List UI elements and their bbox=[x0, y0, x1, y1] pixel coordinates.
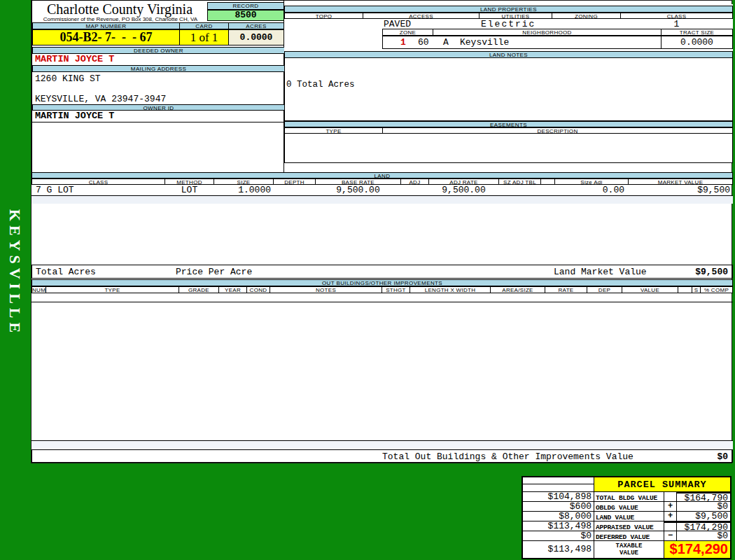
ob-empty-row bbox=[31, 293, 733, 302]
land-col-adj-rate: ADJ RATE bbox=[428, 178, 499, 185]
ob-col-num: NUM bbox=[31, 286, 46, 293]
prev-deferred-value: $0 bbox=[523, 531, 594, 541]
out-buildings-header-row: NUM TYPE GRADE YEAR COND NOTES STHGT LEN… bbox=[31, 286, 733, 293]
zone-suffix: A bbox=[443, 37, 449, 48]
land-size-value: 1.0000 bbox=[214, 185, 271, 195]
land-col-class: CLASS bbox=[31, 178, 165, 185]
obldg-value-label: OBLDG VALUE bbox=[594, 502, 664, 512]
prev-appraised-value: $113,498 bbox=[523, 522, 594, 531]
zone-value: 1 bbox=[393, 37, 414, 48]
easement-description-header: DESCRIPTION bbox=[382, 127, 733, 134]
land-value-label: LAND VALUE bbox=[594, 512, 664, 522]
deferred-value-label: DEFERRED VALUE bbox=[594, 531, 664, 541]
land-empty-band bbox=[31, 196, 733, 204]
land-size-adj-value: 0.00 bbox=[554, 185, 624, 195]
ob-col-area-size: AREA/SIZE bbox=[490, 286, 545, 293]
land-market-value: $9,500 bbox=[628, 185, 730, 195]
easement-type-header: TYPE bbox=[284, 127, 383, 134]
land-col-size: SIZE bbox=[214, 178, 274, 185]
price-per-acre-label: Price Per Acre bbox=[176, 267, 252, 277]
land-title: LAND bbox=[31, 172, 733, 178]
mailing-address-line2: KEYSVILLE, VA 23947-3947 bbox=[35, 94, 166, 104]
deeded-owner-header: DEEDED OWNER bbox=[32, 47, 285, 54]
land-value: $9,500 bbox=[677, 512, 730, 522]
land-totals-row: Total Acres Price Per Acre Land Market V… bbox=[31, 265, 733, 279]
land-method-value: LOT bbox=[164, 185, 214, 195]
parcel-summary: PARCEL SUMMARY $104,898 TOTAL BLDG VALUE… bbox=[522, 476, 732, 559]
ob-col-pct-comp: % COMP bbox=[700, 286, 733, 293]
class-value: 1 bbox=[620, 19, 733, 29]
easements-title: EASEMENTS bbox=[284, 121, 733, 127]
land-col-market-value: MARKET VALUE bbox=[628, 178, 733, 185]
psum-row-appraised: $113,498 APPRAISED VALUE $174,290 bbox=[523, 522, 730, 531]
obldg-value: $0 bbox=[677, 502, 730, 512]
out-buildings-title: OUT BUILDINGS/OTHER IMPROVEMENTS bbox=[31, 279, 733, 286]
map-number-header: MAP NUMBER bbox=[32, 22, 180, 29]
land-class-value: 7 G LOT bbox=[36, 185, 164, 195]
land-adj-rate-value: 9,500.00 bbox=[428, 185, 499, 195]
zone-table: ZONE NEIGHBORHOOD TRACT SIZE 1 60 A Keys… bbox=[382, 29, 733, 49]
zone-code: 60 bbox=[418, 37, 429, 48]
mailing-address-header: MAILING ADDRESS bbox=[32, 65, 285, 72]
land-col-adj: ADJ bbox=[400, 178, 429, 185]
out-buildings-total-row: Total Out Buildings & Other Improvements… bbox=[31, 449, 733, 463]
neighborhood-header: NEIGHBORHOOD bbox=[433, 29, 662, 36]
land-properties-title: LAND PROPERTIES bbox=[284, 6, 733, 13]
owner-id-value: MARTIN JOYCE T bbox=[32, 111, 285, 122]
map-number-value: 054-B2- 7- - - 67 bbox=[32, 29, 180, 46]
ob-col-grade: GRADE bbox=[178, 286, 219, 293]
total-bldg-op bbox=[664, 492, 677, 502]
ob-col-rate: RATE bbox=[545, 286, 587, 293]
psum-row-obldg: $600 OBLDG VALUE + $0 bbox=[523, 502, 730, 512]
utilities-value: Electric bbox=[481, 19, 536, 29]
record-card: Charlotte County Virginia Commissioner o… bbox=[31, 0, 732, 463]
taxable-value: $174,290 bbox=[664, 541, 730, 558]
obldg-op: + bbox=[664, 502, 677, 512]
land-notes-text: 0 Total Acres bbox=[286, 80, 355, 90]
parcel-summary-title: PARCEL SUMMARY bbox=[594, 477, 730, 492]
land-properties-panel: LAND PROPERTIES TOPO ACCESS UTILITIES ZO… bbox=[284, 4, 733, 163]
land-data-row: 7 G LOT LOT 1.0000 9,500.00 9,500.00 0.0… bbox=[31, 185, 733, 196]
acres-header: ACRES bbox=[228, 22, 284, 29]
psum-row-taxable: $113,498 TAXABLE VALUE $174,290 bbox=[523, 541, 730, 558]
land-market-value-label: Land Market Value bbox=[554, 267, 647, 277]
ob-col-year: YEAR bbox=[218, 286, 247, 293]
card-value: 1 of 1 bbox=[179, 29, 229, 46]
neighborhood-value: Keysville bbox=[460, 37, 509, 48]
lp-col-topo: TOPO bbox=[284, 13, 363, 19]
easements-box bbox=[284, 134, 733, 163]
ob-col-type: TYPE bbox=[46, 286, 179, 293]
lp-col-zoning: ZONING bbox=[552, 13, 621, 19]
land-op: + bbox=[664, 512, 677, 522]
mailing-address-line1: 1260 KING ST bbox=[35, 74, 101, 84]
zone-value-row: 1 60 A Keysville bbox=[382, 36, 662, 49]
prev-obldg-value: $600 bbox=[523, 502, 594, 512]
page-title: Charlotte County Virginia bbox=[32, 1, 207, 18]
land-base-rate-value: 9,500.00 bbox=[315, 185, 401, 195]
prev-total-bldg-value: $104,898 bbox=[523, 492, 594, 502]
appraised-op bbox=[664, 522, 677, 531]
land-market-value-total: $9,500 bbox=[695, 267, 728, 277]
ob-col-blank bbox=[678, 286, 692, 293]
acres-value: 0.0000 bbox=[228, 29, 284, 46]
district-label: KEYSVILLE bbox=[6, 209, 24, 337]
card-header: CARD bbox=[179, 22, 229, 29]
ob-col-length-width: LENGTH X WIDTH bbox=[410, 286, 491, 293]
zone-header: ZONE bbox=[382, 29, 433, 36]
out-buildings-total-label: Total Out Buildings & Other Improvements… bbox=[382, 451, 634, 462]
total-bldg-value: $164,790 bbox=[677, 492, 730, 502]
record-value: 8500 bbox=[207, 10, 284, 21]
prev-land-value: $8,000 bbox=[523, 512, 594, 522]
total-acres-label: Total Acres bbox=[36, 267, 96, 277]
lp-col-utilities: UTILITIES bbox=[479, 13, 552, 19]
land-col-depth: DEPTH bbox=[273, 178, 316, 185]
land-notes-box: 0 Total Acres bbox=[284, 58, 733, 121]
land-col-size-adj: Size Adj bbox=[554, 178, 629, 185]
prev-taxable-value: $113,498 bbox=[523, 541, 594, 558]
lp-col-access: ACCESS bbox=[363, 13, 479, 19]
deferred-op: − bbox=[664, 531, 677, 541]
tract-size-header: TRACT SIZE bbox=[661, 29, 733, 36]
deeded-owner-value: MARTIN JOYCE T bbox=[32, 54, 285, 66]
psum-row-land: $8,000 LAND VALUE + $9,500 bbox=[523, 512, 730, 522]
tract-size-value: 0.0000 bbox=[661, 36, 733, 49]
